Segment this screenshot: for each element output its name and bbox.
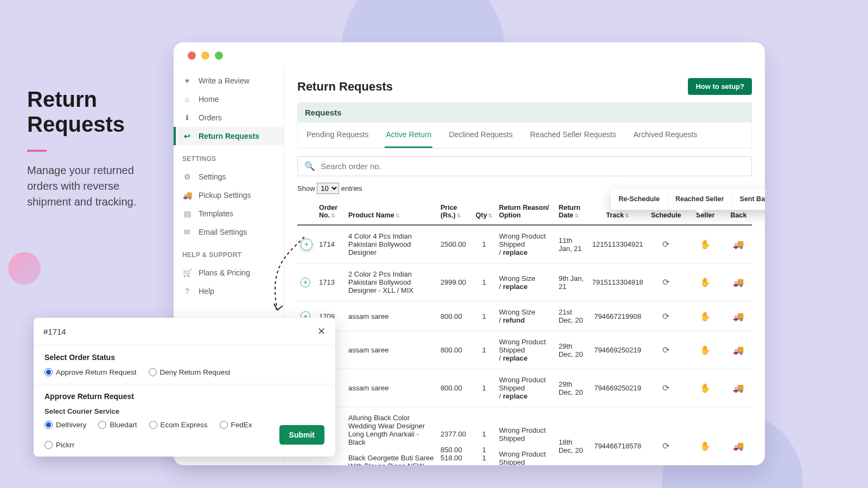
cell-reason: Wrong Product Shipped/ replace	[496, 369, 556, 407]
entries-select[interactable]: 10	[317, 183, 339, 194]
modal-close-icon[interactable]: ✕	[317, 325, 326, 337]
returns-table: Order No.⇅ Product Name⇅ Price (Rs.)⇅ Qt…	[297, 198, 752, 465]
submit-button[interactable]: Submit	[279, 425, 324, 445]
tabs: Pending Requests Active Return Declined …	[297, 123, 752, 149]
col-date[interactable]: Return Date⇅	[556, 198, 589, 225]
sent-back-icon[interactable]: 🚚	[733, 441, 744, 451]
sent-back-icon[interactable]: 🚚	[733, 383, 744, 393]
cell-date: 21st Dec, 20	[556, 301, 589, 331]
how-to-setup-button[interactable]: How to setup?	[688, 78, 752, 95]
return-icon: ↩	[182, 132, 192, 140]
cell-product: assam saree	[345, 331, 437, 369]
col-price[interactable]: Price (Rs.)⇅	[437, 198, 473, 225]
search-input[interactable]	[321, 162, 745, 171]
sidebar-home[interactable]: ⌂Home	[174, 90, 284, 108]
table-row: assam saree800.001Wrong Product Shipped/…	[297, 331, 752, 369]
tab-archived[interactable]: Archived Requests	[633, 123, 699, 148]
sidebar-plans[interactable]: 🛒Plans & Pricing	[174, 264, 284, 282]
sidebar-settings[interactable]: ⚙Settings	[174, 168, 284, 186]
courier-option[interactable]: Ecom Express	[149, 421, 208, 429]
courier-option[interactable]: Pickrr	[44, 441, 75, 449]
action-tooltip: Re-Schedule Reached Seller Sent Back	[611, 189, 765, 210]
cell-date: 29th Dec, 20	[556, 331, 589, 369]
search-box[interactable]: 🔍	[297, 156, 752, 176]
col-reason[interactable]: Return Reason/ Option	[496, 198, 556, 225]
reached-seller-icon[interactable]: ✋	[700, 312, 711, 321]
cell-track: 794667219908	[589, 301, 647, 331]
cell-price: 2377.00850.00518.00	[437, 407, 473, 466]
reschedule-icon[interactable]: ⟳	[662, 441, 669, 451]
reschedule-icon[interactable]: ⟳	[662, 345, 669, 355]
table-row: +17132 Color 2 Pcs Indian Pakistani Boll…	[297, 264, 752, 301]
courier-option[interactable]: FedEx	[220, 421, 252, 429]
gear-icon: ⚙	[182, 172, 192, 181]
sidebar-pickup[interactable]: 🚚Pickup Settings	[174, 186, 284, 204]
reached-seller-icon[interactable]: ✋	[700, 345, 711, 355]
cart-icon: 🛒	[182, 268, 192, 277]
expand-icon[interactable]: +	[301, 278, 310, 287]
cell-reason: Wrong Product Shipped/ replace	[496, 225, 556, 264]
cell-price: 800.00	[437, 331, 473, 369]
close-dot[interactable]	[188, 52, 196, 60]
reschedule-icon[interactable]: ⟳	[662, 383, 669, 393]
col-order[interactable]: Order No.⇅	[316, 198, 345, 225]
cell-price: 800.00	[437, 369, 473, 407]
cell-qty: 1	[473, 369, 496, 407]
tooltip-reached: Reached Seller	[668, 189, 732, 210]
cell-price: 2999.00	[437, 264, 473, 301]
hero-title: Return Requests	[27, 87, 157, 137]
requests-heading: Requests	[297, 102, 752, 123]
cell-date: 11th Jan, 21	[556, 225, 589, 264]
reached-seller-icon[interactable]: ✋	[700, 278, 711, 287]
sidebar-orders[interactable]: ⬇Orders	[174, 108, 284, 127]
tab-pending[interactable]: Pending Requests	[305, 123, 369, 148]
min-dot[interactable]	[201, 52, 209, 60]
sent-back-icon[interactable]: 🚚	[733, 278, 744, 287]
hero: Return Requests Manage your returned ord…	[27, 87, 157, 210]
reached-seller-icon[interactable]: ✋	[700, 441, 711, 451]
heart-icon: ♥	[182, 76, 192, 85]
tab-reached[interactable]: Reached Seller Requests	[529, 123, 617, 148]
cell-qty: 1	[473, 264, 496, 301]
courier-option[interactable]: Delhivery	[44, 421, 86, 429]
cell-qty: 1	[473, 331, 496, 369]
titlebar	[174, 42, 765, 68]
sidebar-help[interactable]: ?Help	[174, 282, 284, 300]
reschedule-icon[interactable]: ⟳	[662, 278, 669, 287]
sidebar-email[interactable]: ✉Email Settings	[174, 223, 284, 241]
max-dot[interactable]	[215, 52, 223, 60]
cell-product: assam saree	[345, 369, 437, 407]
table-row: Alluring Black Color Wedding Wear Design…	[297, 407, 752, 466]
sent-back-icon[interactable]: 🚚	[733, 312, 744, 321]
courier-option[interactable]: Bluedart	[98, 421, 137, 429]
sent-back-icon[interactable]: 🚚	[733, 240, 744, 249]
order-modal: #1714 ✕ Select Order Status Approve Retu…	[34, 318, 335, 457]
cell-order: 1714	[316, 225, 345, 264]
modal-title: #1714	[43, 327, 66, 336]
reschedule-icon[interactable]: ⟳	[662, 240, 669, 249]
cell-price: 2500.00	[437, 225, 473, 264]
reached-seller-icon[interactable]: ✋	[700, 240, 711, 249]
table-row: +17144 Color 4 Pcs Indian Pakistani Boll…	[297, 225, 752, 264]
tooltip-reschedule: Re-Schedule	[611, 189, 668, 210]
cell-date: 18th Dec, 20	[556, 407, 589, 466]
tab-active[interactable]: Active Return	[385, 123, 432, 148]
cell-qty: 1	[473, 301, 496, 331]
orders-icon: ⬇	[182, 113, 192, 122]
radio-deny[interactable]: Deny Return Request	[149, 368, 231, 376]
sidebar-returns[interactable]: ↩Return Requests	[174, 127, 284, 145]
reached-seller-icon[interactable]: ✋	[700, 383, 711, 393]
sidebar-review[interactable]: ♥Write a Review	[174, 72, 284, 90]
tab-declined[interactable]: Declined Requests	[448, 123, 514, 148]
reschedule-icon[interactable]: ⟳	[662, 312, 669, 321]
radio-approve[interactable]: Approve Return Request	[44, 368, 137, 376]
cell-product: 4 Color 4 Pcs Indian Pakistani Bollywood…	[345, 225, 437, 264]
col-qty[interactable]: Qty⇅	[473, 198, 496, 225]
cell-product: Alluring Black Color Wedding Wear Design…	[345, 407, 437, 466]
sidebar-templates[interactable]: ▤Templates	[174, 204, 284, 223]
main-panel: Return Requests How to setup? Requests P…	[284, 68, 765, 465]
sent-back-icon[interactable]: 🚚	[733, 345, 744, 355]
page-title: Return Requests	[297, 80, 393, 94]
col-product[interactable]: Product Name⇅	[345, 198, 437, 225]
expand-icon[interactable]: +	[301, 239, 312, 251]
